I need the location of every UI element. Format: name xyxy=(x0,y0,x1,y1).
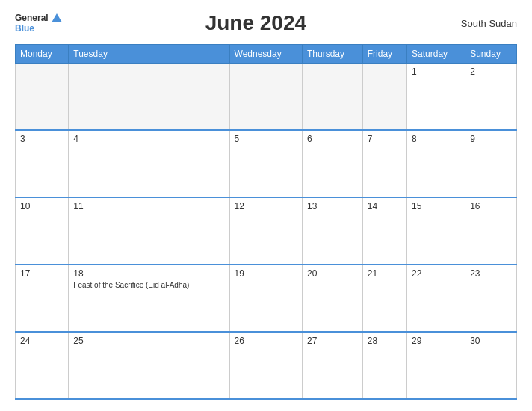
day-cell: 5 xyxy=(229,130,303,197)
day-cell: 1 xyxy=(407,64,466,131)
day-cell: 29 xyxy=(407,332,466,399)
day-number: 28 xyxy=(368,336,402,346)
friday-header: Friday xyxy=(362,45,406,64)
day-cell: 27 xyxy=(303,332,363,399)
day-number: 22 xyxy=(412,268,460,279)
day-cell: 4 xyxy=(69,130,229,197)
day-number: 6 xyxy=(307,134,358,144)
day-cell: 20 xyxy=(303,265,363,332)
day-cell xyxy=(69,64,229,131)
week-row-3: 1718Feast of the Sacrifice (Eid al-Adha)… xyxy=(16,265,517,332)
day-number: 15 xyxy=(412,201,460,211)
tuesday-header: Tuesday xyxy=(69,45,229,64)
day-number: 16 xyxy=(470,201,512,211)
week-row-1: 3456789 xyxy=(16,130,517,197)
day-cell: 11 xyxy=(69,197,229,265)
day-number: 10 xyxy=(20,201,64,211)
logo-triangle-icon xyxy=(52,13,62,22)
day-cell: 13 xyxy=(303,197,363,265)
day-cell: 2 xyxy=(466,64,517,131)
header: General Blue June 2024 South Sudan xyxy=(15,11,517,35)
calendar-table: Monday Tuesday Wednesday Thursday Friday… xyxy=(15,44,517,400)
logo-general-text: General xyxy=(15,13,49,23)
day-number: 26 xyxy=(235,336,298,346)
day-cell xyxy=(229,64,303,131)
day-number: 1 xyxy=(412,67,460,77)
day-number: 7 xyxy=(368,134,402,144)
day-number: 21 xyxy=(368,268,402,279)
day-cell: 19 xyxy=(229,265,303,332)
day-number: 25 xyxy=(73,336,224,346)
day-number: 5 xyxy=(235,134,298,144)
wednesday-header: Wednesday xyxy=(229,45,303,64)
monday-header: Monday xyxy=(16,45,69,64)
logo-blue-text: Blue xyxy=(15,23,62,34)
day-cell: 6 xyxy=(303,130,363,197)
day-number: 19 xyxy=(235,268,298,279)
event-text: Feast of the Sacrifice (Eid al-Adha) xyxy=(73,281,189,289)
header-row: Monday Tuesday Wednesday Thursday Friday… xyxy=(16,45,517,64)
day-cell xyxy=(16,64,69,131)
day-number: 18 xyxy=(73,268,224,279)
day-number: 3 xyxy=(20,134,64,144)
day-cell: 24 xyxy=(16,332,69,399)
day-number: 27 xyxy=(307,336,358,346)
day-cell: 16 xyxy=(466,197,517,265)
day-number: 2 xyxy=(470,67,512,77)
day-cell: 3 xyxy=(16,130,69,197)
day-number: 8 xyxy=(412,134,460,144)
week-row-2: 10111213141516 xyxy=(16,197,517,265)
day-cell: 25 xyxy=(69,332,229,399)
day-number: 24 xyxy=(20,336,64,346)
day-cell: 10 xyxy=(16,197,69,265)
day-cell xyxy=(303,64,363,131)
calendar-title: June 2024 xyxy=(62,11,450,35)
day-number: 23 xyxy=(470,268,512,279)
day-cell: 26 xyxy=(229,332,303,399)
sunday-header: Sunday xyxy=(466,45,517,64)
calendar-page: General Blue June 2024 South Sudan Monda… xyxy=(0,0,532,411)
day-cell: 21 xyxy=(362,265,406,332)
thursday-header: Thursday xyxy=(303,45,363,64)
day-number: 30 xyxy=(470,336,512,346)
day-cell xyxy=(362,64,406,131)
day-number: 11 xyxy=(73,201,224,211)
day-cell: 15 xyxy=(407,197,466,265)
day-cell: 12 xyxy=(229,197,303,265)
day-cell: 14 xyxy=(362,197,406,265)
day-cell: 30 xyxy=(466,332,517,399)
day-cell: 18Feast of the Sacrifice (Eid al-Adha) xyxy=(69,265,229,332)
day-number: 14 xyxy=(368,201,402,211)
day-number: 12 xyxy=(235,201,298,211)
day-cell: 28 xyxy=(362,332,406,399)
day-cell: 7 xyxy=(362,130,406,197)
day-number: 29 xyxy=(412,336,460,346)
day-cell: 17 xyxy=(16,265,69,332)
day-number: 13 xyxy=(307,201,358,211)
day-cell: 22 xyxy=(407,265,466,332)
logo: General Blue xyxy=(15,13,62,34)
week-row-4: 24252627282930 xyxy=(16,332,517,399)
day-cell: 8 xyxy=(407,130,466,197)
day-number: 4 xyxy=(73,134,224,144)
day-number: 9 xyxy=(470,134,512,144)
country-label: South Sudan xyxy=(450,18,517,29)
day-number: 20 xyxy=(307,268,358,279)
day-cell: 23 xyxy=(466,265,517,332)
day-cell: 9 xyxy=(466,130,517,197)
day-number: 17 xyxy=(20,268,64,279)
week-row-0: 12 xyxy=(16,64,517,131)
saturday-header: Saturday xyxy=(407,45,466,64)
